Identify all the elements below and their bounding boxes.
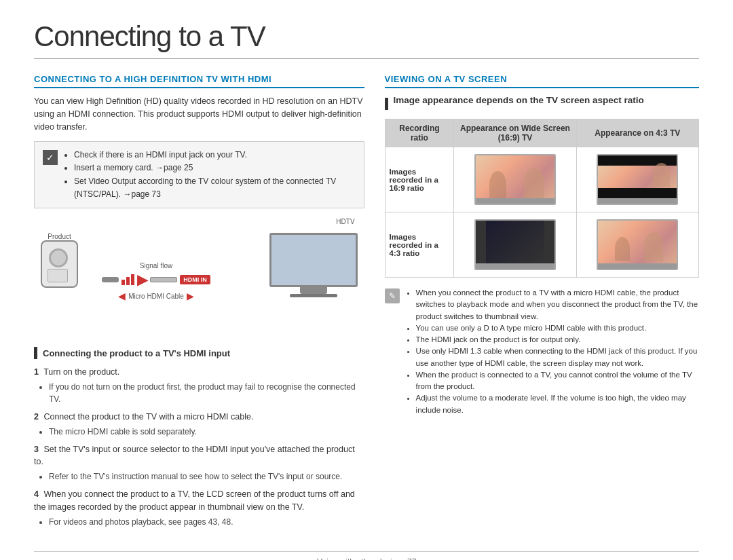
- step-2-sub: The micro HDMI cable is sold separately.: [34, 426, 364, 438]
- screen-bottom-bar: [476, 198, 555, 204]
- letterbox-bottom: [598, 188, 677, 198]
- subsection-heading: Connecting the product to a TV's HDMI in…: [43, 348, 230, 358]
- signal-flow-label: Signal flow: [140, 262, 172, 269]
- diagram-area: HDTV Product Signal flow: [34, 218, 364, 340]
- intro-text: You can view High Definition (HD) qualit…: [34, 95, 364, 133]
- row1-widescreen-cell: [454, 147, 576, 212]
- screen-43-on-43: [597, 219, 678, 270]
- screen-169-on-43: [597, 154, 678, 205]
- cable-line: ▶ HDMI IN: [102, 272, 210, 288]
- pillarbox-content: [486, 221, 544, 263]
- step-1: 1 Turn on the product. If you do not tur…: [34, 366, 364, 405]
- arrow-right: ▶: [137, 272, 147, 288]
- step-3-sub-1: Refer to the TV's instruction manual to …: [49, 470, 364, 483]
- hdtv-device: [269, 225, 358, 297]
- note-5: When the product is connected to a TV, y…: [416, 369, 699, 393]
- notes-list: When you connect the product to a TV wit…: [407, 287, 699, 416]
- th-widescreen: Appearance on Wide Screen (16:9) TV: [454, 119, 576, 147]
- table-row-43: Images recorded in a 4:3 ratio: [385, 212, 698, 278]
- page-footer: Using with other devices 77: [34, 551, 699, 561]
- step-4-sub: For videos and photos playback, see page…: [34, 516, 364, 528]
- hdmi-in-label: HDMI IN: [180, 275, 210, 284]
- page-title: Connecting to a TV: [34, 20, 699, 53]
- row1-label: Images recorded in a 16:9 ratio: [385, 147, 454, 212]
- right-column: VIEWING ON A TV SCREEN Image appearance …: [385, 74, 699, 538]
- image-depends-text: Image appearance depends on the TV scree…: [394, 95, 644, 105]
- subsection-bar: Connecting the product to a TV's HDMI in…: [34, 347, 364, 359]
- row2-widescreen-cell: [454, 212, 576, 278]
- check-icon: ✓: [43, 150, 58, 165]
- screen-43-on-169: [474, 219, 556, 270]
- screen-bottom-bar3: [476, 263, 555, 269]
- step-1-sub: If you do not turn on the product first,…: [34, 381, 364, 405]
- note-6: Adjust the volume to a moderate level. I…: [416, 392, 699, 416]
- signal-bars: [121, 274, 134, 285]
- sidebar-left: [476, 221, 486, 263]
- product-device-area: Product: [41, 231, 78, 288]
- product-body: [41, 240, 78, 288]
- image-depends-bar: Image appearance depends on the TV scree…: [385, 95, 699, 112]
- step-1-sub-1: If you do not turn on the product first,…: [49, 381, 364, 405]
- step-4-sub-1: For videos and photos playback, see page…: [49, 516, 364, 528]
- right-section-heading: VIEWING ON A TV SCREEN: [385, 74, 699, 88]
- product-lens: [49, 248, 68, 267]
- note-list: Check if there is an HDMI input jack on …: [64, 149, 356, 201]
- note-item-2: Insert a memory card. →page 25: [74, 162, 356, 174]
- note-2: You can use only a D to A type micro HDM…: [416, 322, 699, 334]
- note-box: ✓ Check if there is an HDMI input jack o…: [34, 141, 364, 208]
- step-2: 2 Connect the product to the TV with a m…: [34, 411, 364, 438]
- step-3: 3 Set the TV's input or source selector …: [34, 443, 364, 483]
- screen-169-on-169: [474, 154, 556, 205]
- micro-hdmi-label: ◀ Micro HDMI Cable ▶: [118, 291, 194, 301]
- bar-accent: [34, 347, 37, 359]
- cable-area: Signal flow ▶ HDMI IN ◀ Micro HDMI Cabl: [95, 262, 217, 301]
- note-item-1: Check if there is an HDMI input jack on …: [74, 149, 356, 162]
- screen-bottom-bar4: [598, 263, 677, 269]
- note-icon: ✎: [385, 288, 400, 303]
- note-item-3: Set Video Output according to the TV col…: [74, 175, 356, 201]
- step-4: 4 When you connect the product to a TV, …: [34, 488, 364, 528]
- note-3: The HDMI jack on the product is for outp…: [416, 334, 699, 346]
- left-column: CONNECTING TO A HIGH DEFINITION TV WITH …: [34, 74, 364, 538]
- hdtv-stand: [300, 287, 327, 294]
- notes-area: ✎ When you connect the product to a TV w…: [385, 287, 699, 416]
- row1-43-cell: [576, 147, 698, 212]
- bar-accent-right: [385, 98, 388, 110]
- row2-label: Images recorded in a 4:3 ratio: [385, 212, 454, 278]
- step-2-sub-1: The micro HDMI cable is sold separately.: [49, 426, 364, 438]
- left-section-heading: CONNECTING TO A HIGH DEFINITION TV WITH …: [34, 74, 364, 88]
- main-content: CONNECTING TO A HIGH DEFINITION TV WITH …: [34, 74, 699, 538]
- screen-bottom-bar2: [598, 198, 677, 204]
- step-3-sub: Refer to the TV's instruction manual to …: [34, 470, 364, 483]
- note-1: When you connect the product to a TV wit…: [416, 287, 699, 322]
- title-divider: [34, 58, 699, 59]
- sidebar-right: [544, 221, 555, 263]
- arrow-left: ◀: [118, 291, 126, 301]
- note-4: Use only HDMI 1.3 cable when connecting …: [416, 346, 699, 369]
- th-43tv: Appearance on 4:3 TV: [576, 119, 698, 147]
- cable-seg-1: [102, 277, 119, 282]
- product-label: Product: [41, 233, 78, 240]
- table-row-169: Images recorded in a 16:9 ratio: [385, 147, 698, 212]
- arrow-right-small: ▶: [187, 291, 194, 301]
- hdtv-base: [290, 294, 337, 297]
- th-recording: Recording ratio: [385, 119, 454, 147]
- steps-list: 1 Turn on the product. If you do not tur…: [34, 366, 364, 528]
- tv-comparison-table: Recording ratio Appearance on Wide Scree…: [385, 119, 699, 278]
- letterbox-content: [598, 166, 677, 188]
- product-screen: [48, 269, 68, 282]
- hdtv-screen: [269, 233, 358, 287]
- cable-seg-2: [150, 277, 177, 282]
- row2-43-cell: [576, 212, 698, 278]
